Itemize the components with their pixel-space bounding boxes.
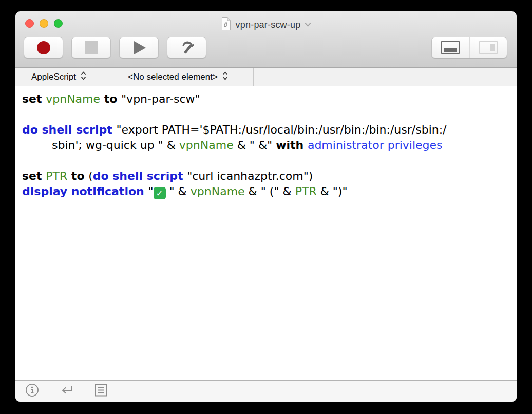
window-header: vpn-par-scw-up (15, 11, 517, 68)
code-line (22, 107, 510, 122)
script-editor-window: vpn-par-scw-up (15, 11, 517, 402)
log-icon (94, 383, 107, 399)
element-popup[interactable]: <No selected element> (103, 68, 254, 86)
language-popup-label: AppleScript (31, 72, 76, 82)
panel-right-icon (479, 41, 498, 54)
code-token-plain: "export PATH='$PATH:/usr/local/bin:/usr/… (116, 123, 446, 136)
code-token-plain: "vpn-par-scw" (121, 92, 200, 105)
code-token-plain: "curl icanhazptr.com") (187, 170, 313, 182)
code-line: set PTR to (do shell script "curl icanha… (22, 168, 510, 184)
updown-chevrons-icon (80, 70, 87, 83)
description-button[interactable] (25, 383, 39, 399)
log-button[interactable] (94, 383, 107, 399)
code-token-cmd: display notification (22, 185, 148, 198)
selector-bar: AppleScript <No selected element> (15, 68, 517, 86)
panel-bottom-icon (441, 41, 460, 54)
code-token-plain: " & (166, 185, 191, 198)
record-button[interactable] (24, 37, 63, 58)
code-token-plain: & ")" (317, 185, 348, 198)
code-token-kw: set (22, 170, 46, 182)
updown-chevrons-icon (222, 70, 229, 83)
code-line: do shell script "export PATH='$PATH:/usr… (22, 122, 510, 138)
code-line: set vpnName to "vpn-par-scw" (22, 91, 510, 107)
code-token-plain: " (148, 185, 153, 198)
compile-button[interactable] (167, 37, 206, 58)
code-token-var: PTR (295, 185, 317, 198)
stop-icon (85, 41, 98, 54)
toggle-side-pane-button[interactable] (469, 37, 507, 58)
view-toggle-group (431, 37, 507, 58)
code-token-kw: to (100, 92, 121, 105)
code-token-kw: to (67, 170, 88, 182)
code-token-plain: & " (" & (245, 185, 295, 198)
info-icon (25, 383, 39, 399)
chevron-down-icon[interactable] (305, 20, 311, 29)
language-popup[interactable]: AppleScript (15, 68, 103, 86)
toolbar (24, 37, 206, 58)
record-icon (37, 41, 50, 54)
code-token-var: vpnName (46, 92, 100, 105)
return-icon (60, 384, 74, 399)
code-line: display notification "✓ " & vpnName & " … (22, 184, 510, 199)
window-title-group: vpn-par-scw-up (15, 17, 517, 32)
code-line: sbin'; wg-quick up " & vpnName & " &" wi… (22, 138, 510, 153)
code-editor[interactable]: set vpnName to "vpn-par-scw" do shell sc… (15, 86, 517, 380)
code-token-plain: sbin'; wg-quick up " & (52, 139, 179, 152)
code-token-plain: ( (88, 170, 93, 182)
result-button[interactable] (60, 384, 74, 399)
code-token-kw: set (22, 92, 46, 105)
run-icon (134, 41, 146, 54)
code-token-cmd: do shell script (22, 123, 116, 136)
code-token-var: vpnName (191, 185, 245, 198)
code-line (22, 153, 510, 168)
desktop-background: vpn-par-scw-up (0, 0, 532, 414)
code-token-var: PTR (46, 170, 67, 182)
window-title: vpn-par-scw-up (236, 20, 301, 30)
run-button[interactable] (119, 37, 159, 58)
toggle-bottom-pane-button[interactable] (432, 37, 469, 58)
checkmark-emoji: ✓ (154, 187, 166, 199)
accessory-bar (15, 380, 517, 402)
code-token-plain: & " &" (234, 139, 276, 152)
stop-button[interactable] (71, 37, 111, 58)
code-token-cmd: do shell script (93, 170, 187, 182)
compile-icon (178, 38, 196, 58)
code-token-param: administrator privileges (308, 139, 443, 152)
code-token-kw: with (276, 139, 308, 152)
script-document-icon[interactable] (221, 17, 232, 33)
element-popup-label: <No selected element> (128, 72, 218, 82)
code-token-var: vpnName (179, 139, 234, 152)
